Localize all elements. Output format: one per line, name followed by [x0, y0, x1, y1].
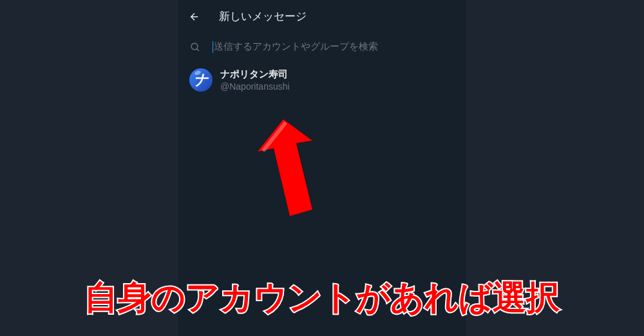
arrow-left-icon: [189, 11, 200, 23]
search-icon: [189, 41, 201, 53]
account-display-name: ナポリタン寿司: [220, 68, 290, 81]
account-list-item[interactable]: ナ ナポリタン寿司 @Naporitansushi: [178, 61, 466, 99]
account-handle: @Naporitansushi: [220, 81, 290, 92]
account-info: ナポリタン寿司 @Naporitansushi: [220, 68, 290, 92]
page-title: 新しいメッセージ: [219, 9, 307, 24]
search-input[interactable]: 送信するアカウントやグループを検索: [213, 41, 455, 53]
header: 新しいメッセージ: [178, 0, 466, 33]
svg-point-0: [191, 43, 198, 50]
search-row[interactable]: 送信するアカウントやグループを検索: [178, 33, 466, 61]
annotation-caption: 自身のアカウントがあれば選択: [0, 275, 644, 321]
text-cursor: [213, 41, 213, 53]
svg-line-1: [197, 48, 199, 50]
back-button[interactable]: [188, 10, 201, 23]
avatar: ナ: [189, 68, 213, 92]
